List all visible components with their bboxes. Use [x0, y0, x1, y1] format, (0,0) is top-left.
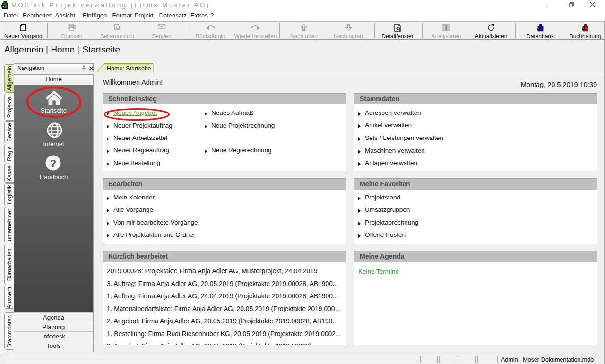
svg-text:?: ?	[50, 157, 56, 169]
